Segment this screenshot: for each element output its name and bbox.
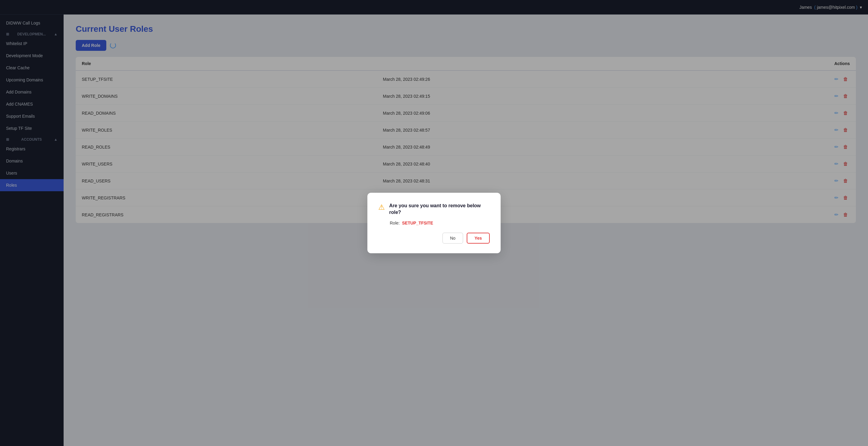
- confirm-modal: ⚠ Are you sure you want to remove below …: [367, 193, 501, 253]
- no-button[interactable]: No: [442, 233, 463, 244]
- yes-button[interactable]: Yes: [467, 233, 490, 244]
- modal-title: Are you sure you want to remove below ro…: [389, 202, 490, 216]
- warning-icon: ⚠: [378, 203, 385, 211]
- modal-role-value: SETUP_TFSITE: [402, 220, 433, 226]
- modal-role-label: Role:: [390, 220, 400, 226]
- modal-body: Role: SETUP_TFSITE: [378, 220, 490, 226]
- modal-actions: No Yes: [378, 233, 490, 244]
- modal-overlay: ⚠ Are you sure you want to remove below …: [0, 0, 868, 446]
- modal-header: ⚠ Are you sure you want to remove below …: [378, 202, 490, 216]
